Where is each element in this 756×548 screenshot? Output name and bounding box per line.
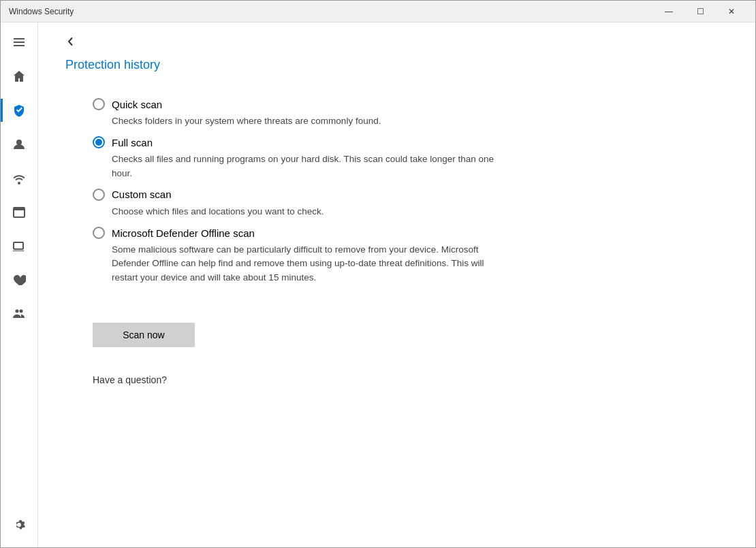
shield-icon	[12, 103, 26, 117]
maximize-button[interactable]: ☐	[684, 1, 716, 22]
quick-scan-radio[interactable]	[93, 98, 105, 110]
home-icon	[12, 69, 26, 83]
offline-scan-desc: Some malicious software can be particula…	[112, 243, 507, 285]
window-controls: — ☐ ✕	[653, 1, 747, 22]
back-arrow-icon	[65, 36, 76, 47]
sidebar-item-network[interactable]	[1, 161, 38, 195]
scan-now-button[interactable]: Scan now	[93, 323, 195, 347]
custom-scan-name: Custom scan	[112, 189, 172, 200]
sidebar-bottom	[1, 508, 38, 542]
content-area: Protection history Quick scan Checks fol…	[1, 22, 755, 547]
custom-scan-radio[interactable]	[93, 189, 105, 201]
sidebar-item-device[interactable]	[1, 229, 38, 263]
have-question: Have a question?	[38, 347, 755, 399]
settings-icon	[12, 518, 26, 532]
full-scan-label[interactable]: Full scan	[93, 136, 701, 148]
browser-icon	[12, 206, 26, 219]
offline-scan-label[interactable]: Microsoft Defender Offline scan	[93, 227, 701, 239]
sidebar-item-settings[interactable]	[1, 508, 38, 542]
sidebar-item-health[interactable]	[1, 263, 38, 297]
close-button[interactable]: ✕	[716, 1, 747, 22]
window-title: Windows Security	[9, 7, 653, 16]
network-icon	[12, 172, 26, 185]
scan-now-container: Scan now	[93, 323, 701, 347]
offline-scan-option: Microsoft Defender Offline scan Some mal…	[93, 227, 701, 285]
page-header: Protection history	[38, 22, 755, 84]
svg-rect-5	[14, 208, 25, 210]
svg-rect-1	[14, 42, 25, 43]
family-icon	[12, 308, 26, 321]
minimize-button[interactable]: —	[653, 1, 684, 22]
custom-scan-desc: Choose which files and locations you wan…	[112, 205, 507, 219]
svg-rect-2	[14, 45, 25, 46]
main-content: Protection history Quick scan Checks fol…	[38, 22, 755, 547]
page-title: Protection history	[65, 58, 728, 72]
quick-scan-desc: Checks folders in your system where thre…	[112, 114, 507, 128]
custom-scan-label[interactable]: Custom scan	[93, 189, 701, 201]
svg-rect-0	[14, 38, 25, 39]
offline-scan-radio[interactable]	[93, 227, 105, 239]
svg-rect-6	[14, 242, 23, 249]
svg-point-7	[16, 310, 19, 313]
sidebar-item-menu[interactable]	[1, 25, 38, 59]
quick-scan-name: Quick scan	[112, 99, 162, 110]
svg-point-3	[16, 140, 22, 145]
scan-options: Quick scan Checks folders in your system…	[38, 84, 755, 306]
device-icon	[12, 240, 26, 253]
health-icon	[12, 274, 26, 287]
sidebar-item-browser[interactable]	[1, 195, 38, 229]
sidebar-item-family[interactable]	[1, 297, 38, 332]
menu-icon	[12, 35, 26, 49]
quick-scan-option: Quick scan Checks folders in your system…	[93, 98, 701, 128]
account-icon	[12, 138, 26, 151]
custom-scan-option: Custom scan Choose which files and locat…	[93, 189, 701, 219]
titlebar: Windows Security — ☐ ✕	[1, 1, 755, 22]
svg-point-8	[20, 310, 23, 313]
sidebar-item-shield[interactable]	[1, 93, 38, 127]
window: Windows Security — ☐ ✕	[0, 0, 756, 548]
sidebar	[1, 22, 38, 547]
sidebar-item-home[interactable]	[1, 59, 38, 93]
back-button[interactable]	[65, 36, 76, 47]
full-scan-radio[interactable]	[93, 136, 105, 148]
full-scan-desc: Checks all files and running programs on…	[112, 152, 507, 180]
sidebar-item-account[interactable]	[1, 127, 38, 161]
full-scan-name: Full scan	[112, 137, 153, 148]
quick-scan-label[interactable]: Quick scan	[93, 98, 701, 110]
full-scan-option: Full scan Checks all files and running p…	[93, 136, 701, 180]
offline-scan-name: Microsoft Defender Offline scan	[112, 227, 255, 239]
